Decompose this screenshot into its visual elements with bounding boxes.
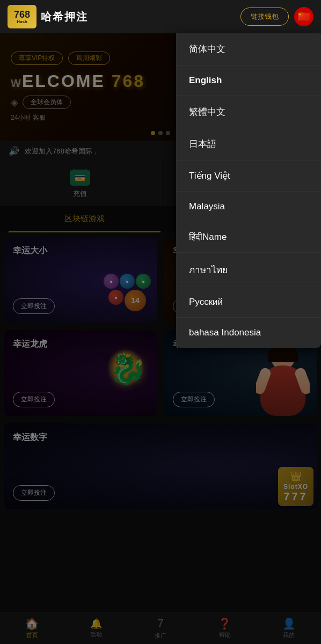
header: 768 Hash 哈希押注 链接钱包 🇨🇳: [0, 0, 321, 33]
lang-option-english[interactable]: English: [176, 65, 321, 96]
lang-option-indonesian[interactable]: bahasa Indonesia: [176, 318, 321, 348]
logo-title: 哈希押注: [41, 10, 88, 24]
logo-area: 768 Hash 哈希押注: [8, 5, 88, 28]
lang-option-vietnamese[interactable]: Tiếng Việt: [176, 160, 321, 192]
lang-option-japanese[interactable]: 日本語: [176, 128, 321, 160]
logo-hash: Hash: [17, 19, 27, 24]
logo-box: 768 Hash: [8, 5, 37, 28]
lang-option-simplified-chinese[interactable]: 简体中文: [176, 33, 321, 65]
lang-option-hindi[interactable]: हिंदीName: [176, 222, 321, 253]
language-dropdown: 简体中文 English 繁體中文 日本語 Tiếng Việt Malaysi…: [176, 33, 321, 348]
flag-button[interactable]: 🇨🇳: [294, 7, 313, 26]
lang-option-malay[interactable]: Malaysia: [176, 192, 321, 222]
wallet-button[interactable]: 链接钱包: [240, 8, 289, 26]
lang-option-russian[interactable]: Русский: [176, 287, 321, 318]
lang-option-thai[interactable]: ภาษาไทย: [176, 253, 321, 287]
lang-option-traditional-chinese[interactable]: 繁體中文: [176, 96, 321, 128]
logo-number: 768: [14, 10, 30, 19]
header-right: 链接钱包 🇨🇳: [240, 7, 313, 26]
